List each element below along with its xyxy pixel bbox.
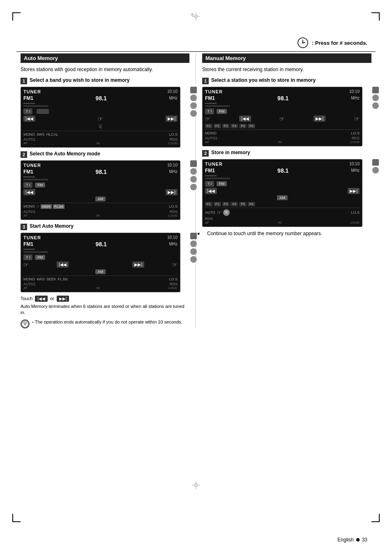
tuner-mhz-am2: MHz xyxy=(169,169,178,174)
tuner-mhz-am1: MHz xyxy=(169,96,178,100)
hand-next-am3: ☞ xyxy=(172,261,178,268)
step1-num: 1 xyxy=(21,78,27,84)
seek-next-icon: ▶▶| xyxy=(57,296,69,302)
hand-right-mm1: ☞ xyxy=(279,116,285,122)
svg-point-9 xyxy=(302,42,304,44)
manual-step1-header: 1 Select a station you wish to store in … xyxy=(202,77,371,84)
tuner-time-am2: 10:10 xyxy=(167,163,178,167)
hand-left-mm1: ☞ xyxy=(205,116,210,122)
or-label: or xyxy=(50,296,54,301)
hlcal-label: HLCAL xyxy=(46,132,58,136)
hand-icon-am1: ☞ xyxy=(98,116,103,122)
preset-p1-mm2[interactable]: P1 xyxy=(205,202,212,206)
preset-p4[interactable]: P4 xyxy=(231,124,238,128)
hand-am2: ☞ xyxy=(37,204,40,208)
mono-mm1: MONO xyxy=(205,131,217,135)
hand-icon2-am1: ☟ xyxy=(99,123,102,130)
main-content: Auto Memory Stores stations with good re… xyxy=(21,53,371,514)
fm-btn-mm2[interactable]: FM xyxy=(217,181,227,186)
side-icons-am3 xyxy=(190,233,197,263)
seek-next-mm2[interactable]: ▶▶| xyxy=(348,188,360,194)
preset-p4-mm2[interactable]: P4 xyxy=(231,202,238,206)
tuner-display-am3: TUNER 10:10 FM1 98.1 MHz T I FM xyxy=(21,233,189,292)
mono-label-am3: MONO xyxy=(23,277,35,281)
press-label: : Press for # seconds. xyxy=(312,40,367,46)
seek-prev-btn-am2[interactable]: |◀◀ xyxy=(23,189,35,195)
tuner-screen-am3: TUNER 10:10 FM1 98.1 MHz T I FM xyxy=(21,233,180,292)
af-mm1: AF xyxy=(205,140,209,144)
preset-p5[interactable]: P5 xyxy=(239,124,247,128)
fm-btn-mm1[interactable]: FM xyxy=(217,109,227,114)
seek-label-am3: SEEK xyxy=(46,277,56,281)
loud-mm1: LOUD xyxy=(350,140,360,144)
am-btn-mm2[interactable]: AM xyxy=(277,195,288,200)
side-icons-am1 xyxy=(190,87,197,117)
tuner-band-am1: FM1 xyxy=(23,95,33,101)
preset-p6-mm2[interactable]: P6 xyxy=(248,202,255,206)
am-btn-am3[interactable]: AM xyxy=(95,269,106,274)
auto-label-mm2: AUTO xyxy=(205,210,215,215)
tuner-screen-mm2: TUNER 10:10 FM1 98.1 MHz T I FM xyxy=(202,159,362,227)
preset-p6[interactable]: P6 xyxy=(248,124,255,128)
lo-s-label: LO.S xyxy=(169,132,178,136)
side-icons-mm1 xyxy=(372,87,379,109)
auto-memory-header: Auto Memory xyxy=(21,53,189,63)
continue-text-area: • Continue to touch until the memory num… xyxy=(202,230,371,237)
seek-next-mm1[interactable]: ▶▶| xyxy=(314,116,325,122)
am-btn-am2[interactable]: AM xyxy=(95,197,106,201)
tuner-band-am2: FM1 xyxy=(23,169,33,175)
af-label-am1: AF xyxy=(23,141,28,145)
lo-s-am2: LO.S xyxy=(169,204,178,208)
seek-next-btn-am3[interactable]: ▶▶| xyxy=(132,261,144,268)
tuner-time-mm2: 10:10 xyxy=(349,162,360,166)
hand-mm2: ☞ xyxy=(217,210,221,215)
rds-mm1: RDS xyxy=(352,136,360,140)
corner-mark-br xyxy=(371,514,380,522)
bullet-char: • xyxy=(32,319,35,324)
tuner-mhz-mm1: MHz xyxy=(351,96,360,100)
preset-p5-mm2[interactable]: P5 xyxy=(239,202,247,206)
seek-btn-icon: |◀◀ xyxy=(35,296,48,302)
seek-prev-btn-am3[interactable]: |◀◀ xyxy=(57,261,69,268)
footer-page: 33 xyxy=(362,537,367,543)
in-mm2: IN xyxy=(278,221,281,224)
manual-memory-desc: Stores the current receiving station in … xyxy=(202,66,371,73)
tuner-title-mm2: TUNER xyxy=(205,162,223,166)
fm-btn-am2[interactable]: FM xyxy=(35,183,45,187)
tuner-band-mm1: FM1 xyxy=(205,95,215,101)
side-icons-mm2 xyxy=(372,159,379,173)
seek-next-btn-am1[interactable]: ▶▶| xyxy=(166,116,178,122)
manual-step2-num: 2 xyxy=(202,150,209,157)
af-mm2: AF xyxy=(205,221,209,224)
seek-prev-btn-am1[interactable]: |◀◀ xyxy=(23,116,35,122)
tip-text-container: • The operation ends automatically if yo… xyxy=(32,319,182,324)
tuner-display-mm1: TUNER 10:10 FM1 98.1 MHz T I FM xyxy=(202,87,371,146)
tuner-freq-mm2: 98.1 xyxy=(277,167,288,174)
top-separator xyxy=(16,51,376,52)
step2-num: 2 xyxy=(21,151,27,158)
tuner-display-am2: TUNER 10:10 FM1 98.1 MHz T I FM xyxy=(21,160,189,220)
auto-memory-section: Auto Memory Stores stations with good re… xyxy=(21,53,196,328)
tuner-time-am1: 10:10 xyxy=(167,89,178,94)
preset-p2[interactable]: P2 xyxy=(214,124,221,128)
tuner-mhz-am3: MHz xyxy=(169,242,178,246)
seek-prev-mm1[interactable]: |◀◀ xyxy=(239,116,251,122)
lo-s-mm2: LO.S xyxy=(351,210,360,215)
clock-icon xyxy=(297,37,309,49)
preset-p2-mm2[interactable]: P2 xyxy=(214,202,221,206)
tuner-screen-am1: TUNER 10:10 FM1 98.1 MHz T I xyxy=(21,87,180,148)
mono-label: MONO xyxy=(23,132,35,136)
in-label-am2: IN xyxy=(97,214,100,217)
tip-box: • The operation ends automatically if yo… xyxy=(21,319,189,328)
preset-p1[interactable]: P1 xyxy=(205,124,212,128)
seek-prev-mm2[interactable]: |◀◀ xyxy=(205,188,217,194)
auto1-label-am2: AUTO1 xyxy=(23,210,36,214)
hand-far-mm1: ☞ xyxy=(354,116,360,122)
preset-p3-mm2[interactable]: P3 xyxy=(222,202,230,206)
auto1-label: AUTO1 xyxy=(23,137,36,141)
two-column-layout: Auto Memory Stores stations with good re… xyxy=(21,53,371,328)
seek-next-btn-am2[interactable]: ▶▶| xyxy=(166,189,178,195)
touch-label: Touch xyxy=(21,296,32,301)
fm-btn-am3[interactable]: FM xyxy=(35,255,45,260)
preset-p3[interactable]: P3 xyxy=(222,124,230,128)
